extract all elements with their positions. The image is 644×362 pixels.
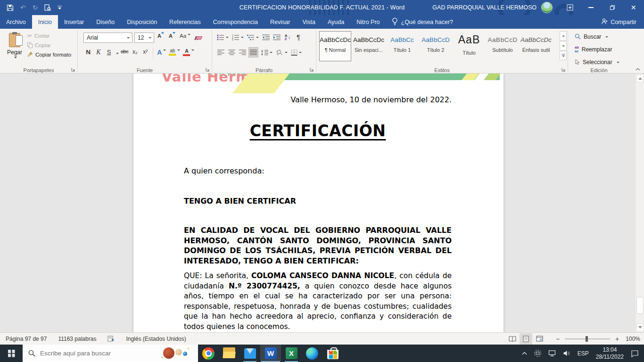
gallery-down-button[interactable] — [560, 41, 567, 50]
font-color-button[interactable]: A — [182, 48, 195, 58]
tab-inicio[interactable]: Inicio — [32, 15, 58, 29]
zoom-slider-thumb[interactable] — [586, 336, 588, 342]
multilevel-list-button[interactable] — [246, 32, 260, 42]
tab-referencias[interactable]: Referencias — [163, 15, 207, 29]
print-layout-button[interactable] — [520, 333, 532, 345]
clear-formatting-button[interactable]: A — [193, 33, 203, 43]
style-subtitle[interactable]: AaBbCcD Subtítulo — [487, 31, 519, 61]
font-size-combo[interactable] — [134, 33, 154, 43]
proofing-status[interactable] — [102, 336, 120, 342]
find-button[interactable]: Buscar — [575, 32, 619, 41]
gallery-up-button[interactable] — [560, 31, 567, 41]
close-button[interactable]: ✕ — [623, 0, 644, 15]
underline-button[interactable]: S — [104, 48, 114, 58]
style-no-spacing[interactable]: AaBbCcDc Sin espaci... — [353, 31, 385, 61]
word-count[interactable]: 11163 palabras — [52, 336, 102, 342]
customize-qat-icon[interactable] — [58, 6, 62, 10]
save-icon[interactable] — [7, 4, 14, 11]
gallery-more-button[interactable] — [560, 51, 567, 60]
share-button[interactable]: Compartir — [594, 15, 644, 29]
tab-archivo[interactable]: Archivo — [0, 15, 32, 29]
zoom-level[interactable]: 100% — [624, 336, 640, 342]
dialog-launcher-icon[interactable] — [70, 66, 76, 72]
dialog-launcher-icon[interactable] — [561, 66, 566, 72]
style-title[interactable]: AaB Título — [453, 31, 485, 61]
tab-correspondencia[interactable]: Correspondencia — [207, 15, 264, 29]
tell-me-box[interactable]: ¿Qué desea hacer? — [386, 15, 459, 29]
strikethrough-button[interactable]: abc — [120, 48, 129, 58]
document-page[interactable]: GAD PARROQUIAL Valle Hermoso Valle Hermo… — [133, 74, 504, 332]
decrease-indent-button[interactable] — [261, 32, 271, 42]
borders-button[interactable] — [290, 47, 303, 58]
highlight-button[interactable]: ab — [168, 48, 181, 58]
zoom-out-button[interactable]: − — [554, 335, 561, 343]
taskbar-chrome[interactable] — [198, 345, 219, 362]
restore-button[interactable] — [602, 0, 623, 15]
line-spacing-button[interactable] — [260, 47, 273, 58]
font-family-input[interactable] — [87, 34, 125, 41]
sort-button[interactable]: AZ ↓ — [283, 32, 292, 42]
read-mode-button[interactable] — [506, 333, 519, 345]
account-name[interactable]: GAD PARROQUIAL VALLE HERMOSO — [432, 4, 537, 11]
input-language[interactable]: ESP — [574, 345, 592, 362]
font-size-input[interactable] — [138, 34, 147, 41]
align-center-button[interactable] — [227, 47, 236, 58]
taskbar-excel[interactable]: X — [281, 345, 302, 362]
scroll-down-button[interactable] — [636, 323, 644, 331]
minimize-button[interactable] — [580, 0, 602, 15]
replace-button[interactable]: abac Reemplazar — [575, 44, 619, 54]
taskbar-edge[interactable] — [302, 345, 322, 362]
dialog-launcher-icon[interactable] — [309, 66, 314, 72]
tab-diseno[interactable]: Diseño — [90, 15, 121, 29]
taskbar-word[interactable]: W — [260, 345, 281, 362]
tab-nitro-pro[interactable]: Nitro Pro — [350, 15, 386, 29]
taskbar-search-input[interactable] — [40, 350, 144, 357]
tab-insertar[interactable]: Insertar — [58, 15, 90, 29]
taskbar-mail[interactable] — [239, 345, 260, 362]
bullets-button[interactable] — [216, 32, 230, 42]
taskbar-store[interactable] — [322, 345, 343, 362]
grow-font-button[interactable]: A — [156, 33, 165, 43]
tab-ayuda[interactable]: Ayuda — [322, 15, 350, 29]
increase-indent-button[interactable] — [272, 32, 281, 42]
network-icon[interactable] — [545, 345, 560, 362]
account-avatar[interactable] — [541, 2, 553, 13]
tab-revisar[interactable]: Revisar — [264, 15, 296, 29]
tab-disposicion[interactable]: Disposición — [121, 15, 163, 29]
font-family-combo[interactable] — [83, 33, 132, 43]
select-button[interactable]: Seleccionar — [575, 57, 619, 67]
dialog-launcher-icon[interactable] — [205, 66, 210, 72]
taskbar-file-explorer[interactable] — [219, 345, 239, 362]
scrollbar-thumb[interactable] — [636, 297, 644, 314]
vertical-scrollbar[interactable] — [635, 74, 644, 332]
align-left-button[interactable] — [216, 47, 225, 58]
subscript-button[interactable]: x₂ — [130, 48, 140, 58]
text-effects-button[interactable]: A — [156, 48, 167, 58]
italic-button[interactable]: K — [94, 48, 103, 58]
undo-icon[interactable]: ↶ — [20, 4, 26, 11]
tray-cast-icon[interactable] — [530, 345, 545, 362]
style-heading1[interactable]: AaBbCc Título 1 — [386, 31, 418, 61]
zoom-slider[interactable] — [565, 338, 610, 339]
bold-button[interactable]: N — [83, 48, 93, 58]
chevron-down-icon[interactable] — [116, 53, 119, 56]
style-subtle-emphasis[interactable]: AaBbCcDc Énfasis sutil — [520, 31, 552, 61]
style-normal[interactable]: AaBbCcDc ¶ Normal — [319, 31, 351, 61]
superscript-button[interactable]: x² — [140, 48, 150, 58]
zoom-in-button[interactable]: + — [614, 335, 620, 343]
language-status[interactable]: Inglés (Estados Unidos) — [120, 336, 191, 342]
shading-button[interactable] — [275, 47, 289, 58]
scroll-up-button[interactable] — [636, 74, 644, 82]
cut-button[interactable]: ✂ Cortar — [27, 33, 71, 39]
shrink-font-button[interactable]: A — [167, 33, 177, 43]
web-layout-button[interactable] — [533, 333, 546, 345]
justify-button[interactable] — [248, 47, 258, 58]
page-count[interactable]: Página 97 de 97 — [0, 336, 52, 342]
copy-button[interactable]: Copiar — [27, 42, 71, 48]
align-right-button[interactable] — [238, 47, 247, 58]
tray-clock[interactable]: 13:04 28/11/2022 — [592, 346, 627, 361]
action-center-icon[interactable] — [627, 345, 642, 362]
change-case-button[interactable]: Aa — [179, 33, 191, 43]
numbering-button[interactable]: 123 — [231, 32, 245, 42]
show-formatting-marks-button[interactable]: ¶ — [294, 32, 303, 42]
